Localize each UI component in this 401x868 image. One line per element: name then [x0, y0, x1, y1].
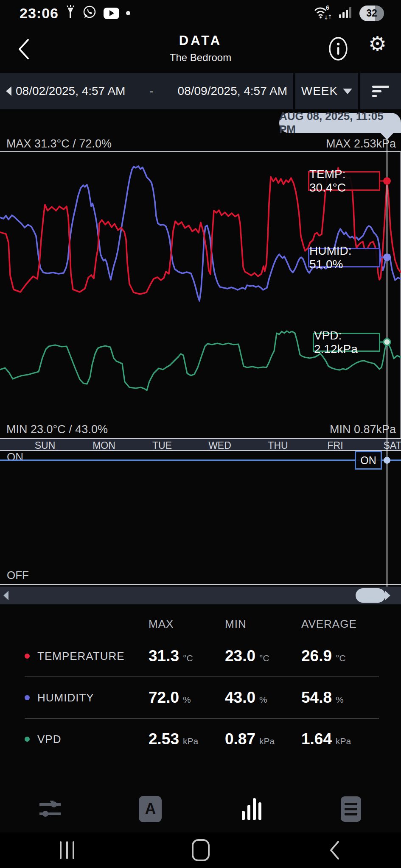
day-tick: SAT: [383, 440, 401, 451]
signal-strength-icon: [339, 6, 353, 20]
humid-marker-text: HUMID: 51.0%: [309, 244, 379, 271]
unit-label: kPa: [183, 736, 198, 746]
table-row-vpd[interactable]: VPD 2.53kPa 0.87kPa 1.64kPa: [0, 719, 401, 760]
whatsapp-icon: [82, 5, 97, 21]
scroll-right-arrow-icon[interactable]: [385, 591, 390, 600]
range-selector-value: WEEK: [301, 84, 338, 98]
scrollbar-thumb[interactable]: [356, 588, 385, 603]
day-tick: WED: [208, 440, 231, 451]
chart-max-labels: MAX 31.3°C / 72.0% MAX 2.53kPa: [6, 137, 396, 150]
min-vpd-label: MIN 0.87kPa: [330, 423, 396, 436]
sliders-icon: [38, 798, 62, 820]
off-axis-label: OFF: [7, 569, 29, 582]
on-axis-label: ON: [7, 451, 23, 464]
android-nav-bar: [0, 832, 401, 868]
temp-marker-box: TEMP: 30.4°C: [308, 171, 380, 191]
max-temp-humid-label: MAX 31.3°C / 72.0%: [6, 137, 112, 150]
humid-max-value: 72.0: [149, 689, 179, 707]
table-row-humidity[interactable]: HUMIDITY 72.0% 43.0% 54.8%: [0, 677, 401, 718]
recent-apps-icon: [60, 841, 74, 859]
app-screen: 23:06: [0, 0, 401, 868]
clock: 23:06: [20, 5, 59, 22]
vpd-max-value: 2.53: [149, 730, 179, 748]
humid-min-value: 43.0: [225, 689, 255, 707]
table-row-temperature[interactable]: TEMPERATURE 31.3°C 23.0°C 26.9°C: [0, 636, 401, 676]
stats-table: MAX MIN AVERAGE TEMPERATURE 31.3°C 23.0°…: [0, 601, 401, 760]
unit-label: %: [183, 695, 191, 705]
range-end-date: 08/09/2025, 4:57 AM: [178, 84, 287, 98]
app-header: DATA The Bedroom ⚙: [0, 26, 401, 71]
date-range[interactable]: 08/02/2025, 4:57 AM - 08/09/2025, 4:57 A…: [0, 73, 293, 109]
nav-back-button[interactable]: [267, 832, 401, 868]
list-icon: [341, 796, 361, 822]
stats-header-row: MAX MIN AVERAGE: [0, 601, 401, 636]
col-header-max: MAX: [138, 618, 215, 631]
wifi6-icon: 6 ↓ ↑: [314, 4, 332, 22]
range-selector-dropdown[interactable]: WEEK: [295, 73, 358, 109]
day-tick: MON: [93, 440, 115, 451]
home-icon: [192, 839, 210, 861]
notification-dot-icon: [126, 11, 130, 15]
previous-range-icon[interactable]: [6, 86, 11, 96]
unit-label: °C: [183, 653, 193, 663]
chart-bottom-border: [0, 584, 401, 585]
day-tick: THU: [268, 440, 288, 451]
min-temp-humid-label: MIN 23.0°C / 43.0%: [6, 423, 108, 436]
row-label-text: TEMPERATURE: [37, 650, 125, 663]
youtube-icon: [104, 8, 119, 19]
temp-cursor-dot: [383, 177, 391, 185]
unit-label: °C: [336, 653, 346, 663]
col-header-average: AVERAGE: [291, 618, 401, 631]
vpd-avg-value: 1.64: [301, 730, 332, 748]
tab-logs[interactable]: [301, 795, 401, 823]
row-label-text: HUMIDITY: [37, 691, 94, 704]
chevron-down-icon: [343, 89, 352, 94]
chart-min-labels: MIN 23.0°C / 43.0% MIN 0.87kPa: [6, 423, 396, 436]
day-tick: SUN: [35, 440, 56, 451]
battery-indicator: 32: [359, 6, 384, 21]
temp-max-value: 31.3: [149, 647, 179, 665]
vpd-cursor-dot: [384, 339, 390, 345]
vpd-marker-text: VPD: 2.12kPa: [314, 329, 379, 356]
info-button[interactable]: [328, 36, 348, 63]
cursor-tooltip-text: AUG 08, 2025, 11:05 PM: [279, 110, 401, 136]
unit-label: °C: [259, 653, 269, 663]
humid-avg-value: 54.8: [301, 689, 332, 707]
cursor-tooltip: AUG 08, 2025, 11:05 PM: [279, 113, 401, 133]
status-bar: 23:06: [0, 0, 401, 26]
col-header-min: MIN: [215, 618, 291, 631]
range-separator: -: [149, 84, 153, 98]
unit-label: %: [336, 695, 344, 705]
humid-marker-box: HUMID: 51.0%: [308, 248, 380, 267]
svg-text:↑: ↑: [328, 14, 332, 20]
day-tick: FRI: [327, 440, 343, 451]
unit-label: %: [259, 695, 267, 705]
day-axis: SUN MON TUE WED THU FRI SAT: [0, 438, 401, 451]
vpd-min-value: 0.87: [225, 730, 255, 748]
chart-horizontal-scrollbar[interactable]: [0, 587, 401, 604]
temp-marker-text: TEMP: 30.4°C: [309, 167, 379, 195]
flashlight-icon: [65, 5, 76, 21]
tab-automation[interactable]: A: [100, 795, 200, 823]
recent-apps-button[interactable]: [0, 832, 134, 868]
unit-label: kPa: [259, 736, 275, 746]
bar-chart-icon: [239, 797, 262, 821]
settings-gear-button[interactable]: ⚙: [368, 34, 387, 54]
unit-label: kPa: [336, 736, 351, 746]
humid-cursor-dot: [383, 253, 391, 261]
tab-data-active[interactable]: [201, 795, 301, 823]
range-start-date: 08/02/2025, 4:57 AM: [16, 84, 125, 98]
temperature-legend-dot: [25, 654, 30, 659]
tab-settings-sliders[interactable]: [0, 795, 100, 823]
svg-text:6: 6: [326, 4, 329, 11]
state-marker-box: ON: [355, 451, 382, 470]
sort-filter-button[interactable]: [360, 73, 401, 109]
row-label-text: VPD: [37, 733, 61, 746]
battery-percent: 32: [366, 8, 377, 19]
home-button[interactable]: [134, 832, 267, 868]
day-tick: TUE: [152, 440, 172, 451]
state-marker-text: ON: [360, 454, 376, 467]
temp-avg-value: 26.9: [301, 647, 332, 665]
state-cursor-dot: [384, 457, 390, 464]
scroll-left-arrow-icon[interactable]: [3, 591, 8, 600]
